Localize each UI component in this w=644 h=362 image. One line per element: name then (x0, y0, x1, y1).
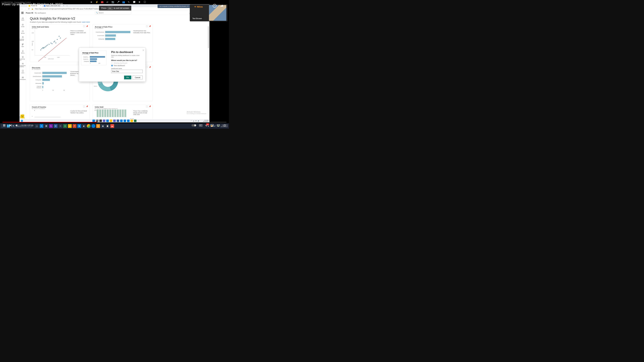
nav-apps[interactable]: Apps (20, 42, 26, 48)
fullscreen-exit-button[interactable] (223, 124, 226, 127)
toolbox-icon[interactable]: 🧰 (100, 1, 104, 3)
esc-key: esc (108, 7, 112, 9)
radio-existing[interactable]: Existing dashboard (111, 62, 142, 64)
ntiva-logo: Ntiva (194, 5, 203, 8)
card-insight: 'Paseo' has a relatively steady percent … (133, 110, 150, 116)
new-tab-button[interactable]: + (66, 5, 68, 7)
card-title: Units Sold and Sales (32, 26, 88, 28)
tb-outlook[interactable] (120, 120, 123, 122)
tb-explorer[interactable] (110, 120, 112, 122)
tb-excel[interactable] (134, 120, 136, 122)
learn-more-link[interactable]: Learn more (82, 21, 90, 23)
page-subtitle: A subset of your data was analyzed and t… (30, 21, 206, 23)
modal-title: Pin to dashboard (111, 51, 142, 54)
focus-icon[interactable]: ⛶ (146, 66, 148, 68)
mic-icon[interactable]: 🎤 (117, 1, 120, 3)
nav-onelake[interactable]: OneLake data hub (20, 35, 26, 42)
tb-teams[interactable] (103, 120, 105, 122)
axis-label: Mediu… (94, 86, 98, 87)
svg-rect-8 (22, 70, 23, 71)
edge-icon[interactable] (21, 120, 23, 122)
progress-bar[interactable] (2, 122, 226, 122)
dashboard-name-input[interactable] (111, 70, 142, 73)
workspace-label[interactable]: My workspace (35, 12, 46, 14)
radio-new[interactable]: New dashboard (111, 65, 142, 66)
focus-icon[interactable]: ⛶ (146, 25, 148, 27)
tb-windows[interactable] (92, 120, 95, 122)
pin-icon[interactable]: 📌 (149, 25, 151, 27)
cc-button[interactable]: CC (199, 124, 202, 126)
app-launcher-icon[interactable] (22, 12, 24, 14)
system-tray[interactable]: ⌃☁🖥🔊 (191, 120, 199, 122)
miniplayer-button[interactable] (210, 124, 214, 127)
modal-close-button[interactable]: × (142, 49, 144, 51)
video-title: Power Up with Power BI (October 18, 2023… (2, 2, 63, 6)
cancel-button[interactable]: Cancel (132, 76, 142, 79)
transfer-icon[interactable]: ⇄ (106, 1, 109, 3)
close-icon[interactable]: × (63, 5, 64, 6)
card-title: Count of Country (32, 106, 88, 108)
focus-icon[interactable]: ⛶ (146, 105, 148, 107)
settings-button[interactable]: ⚙HD (205, 124, 208, 127)
card-title: Average of Sale Price (95, 26, 150, 28)
presenter-name: Ted Brown (191, 17, 203, 20)
refresh-icon[interactable]: ⟳ (28, 8, 30, 10)
chat-icon[interactable]: 💬 (133, 1, 136, 3)
pin-icon[interactable]: 📌 (86, 105, 88, 107)
scrollbar[interactable] (208, 26, 209, 115)
remote-desktop: Power BI × Apps | Microsoft 365 × + our … (20, 4, 210, 122)
focus-icon[interactable]: ⛶ (83, 25, 85, 27)
search-input[interactable]: 🔍 Search (95, 11, 131, 14)
nav-browse[interactable]: Browse (20, 29, 26, 35)
bolt-icon[interactable]: ⚡ (95, 1, 98, 3)
info-icon[interactable]: ⓘ (144, 1, 146, 3)
svg-rect-9 (22, 77, 23, 78)
display-icon[interactable]: 🖥 (90, 1, 93, 3)
camera-icon[interactable]: 📷 (111, 1, 114, 3)
pin-button[interactable]: Pin (124, 76, 131, 79)
preview-chart: Small Bu… Governm… Enterprise 0200 (82, 55, 105, 64)
tb-stickynotes[interactable] (130, 120, 133, 122)
pinned-app-powerbi[interactable]: Power BI (20, 114, 24, 118)
forward-icon[interactable]: → (24, 8, 26, 10)
svg-point-7 (22, 57, 23, 57)
autoplay-toggle[interactable]: ▶ (192, 124, 196, 126)
focus-icon[interactable]: ⛶ (83, 105, 85, 107)
pause-button[interactable] (2, 124, 6, 127)
tb-search[interactable]: 🔍 (96, 120, 98, 122)
nav-workspaces[interactable]: Workspaces (20, 75, 26, 81)
nav-deployment[interactable]: Deployment pipelines (20, 62, 26, 68)
preview-subtitle: BY SEGMENT (82, 54, 105, 55)
modal-hint: Select an existing dashboard or create a… (111, 55, 142, 58)
tb-word[interactable] (117, 120, 119, 122)
preview-title: Average of Sale Price (82, 52, 105, 54)
theater-button[interactable] (217, 124, 220, 127)
pin-dashboard-modal: Average of Sale Price BY SEGMENT Small B… (79, 48, 146, 82)
nav-metrics[interactable]: Metrics (20, 48, 26, 55)
tb-taskview[interactable] (99, 120, 102, 122)
nav-home[interactable]: Home (20, 15, 26, 22)
tb-edge[interactable] (124, 120, 126, 122)
watch-later-icon[interactable] (212, 4, 217, 8)
insight-card-country: Count of Country BY MONTH NUMBER ⛶📌 Coun… (30, 104, 90, 119)
card-title: Units Sold (95, 106, 150, 108)
volume-button[interactable] (15, 124, 18, 127)
svg-rect-3 (22, 44, 23, 44)
nav-learn[interactable]: Learn (20, 68, 26, 75)
back-icon[interactable]: ← (21, 8, 23, 10)
nav-create[interactable]: Create (20, 22, 26, 28)
people-icon[interactable]: 👥 (122, 1, 125, 3)
edit-icon[interactable]: ✎ (127, 1, 130, 3)
pin-icon[interactable]: 📌 (86, 25, 88, 27)
card-subtitle: BY SEGMENT (95, 28, 150, 29)
nav-monitoring[interactable]: Monitoring hub (20, 55, 26, 61)
tb-photos[interactable] (106, 120, 109, 122)
tb-teams2[interactable] (113, 120, 116, 122)
share-icon[interactable] (220, 4, 224, 8)
tb-store[interactable] (127, 120, 130, 122)
next-button[interactable] (9, 124, 12, 127)
pin-icon[interactable]: 📌 (149, 66, 151, 68)
svg-rect-18 (212, 125, 213, 126)
plus-icon[interactable]: ✚ (138, 1, 141, 3)
pin-icon[interactable]: 📌 (149, 105, 151, 107)
